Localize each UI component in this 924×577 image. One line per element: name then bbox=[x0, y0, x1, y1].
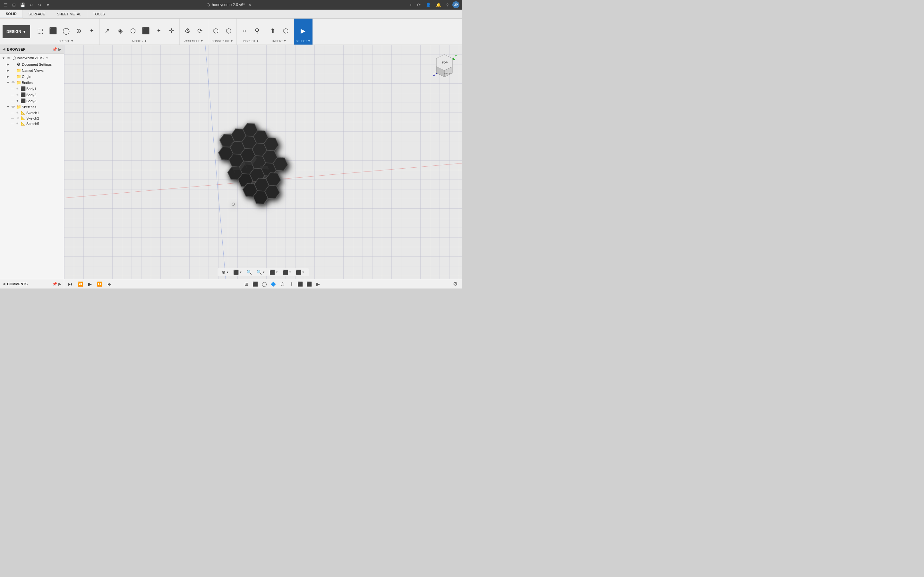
modify-move-button[interactable]: ✛ bbox=[166, 24, 178, 37]
tree-doc-settings[interactable]: ▶ ⚙ Document Settings bbox=[0, 61, 64, 67]
construct-axis-button[interactable]: ⬡ bbox=[223, 24, 234, 37]
close-tab-button[interactable]: ✕ bbox=[247, 2, 253, 8]
tree-origin[interactable]: ▶ 📁 Origin bbox=[0, 73, 64, 79]
create-solid-button[interactable]: ⬛ bbox=[47, 24, 59, 37]
ribbon-group-create: ⬚ ⬛ ◯ ⊕ ✦ CREATE ▼ bbox=[33, 19, 100, 45]
settings-button[interactable]: ⚙ bbox=[451, 280, 459, 287]
account-button[interactable]: 👤 bbox=[425, 2, 432, 8]
comments-expand-button[interactable]: ▶ bbox=[58, 282, 61, 286]
timeline-tool-8[interactable]: ⬛ bbox=[305, 280, 313, 288]
timeline-prev-button[interactable]: ⏪ bbox=[76, 281, 84, 287]
select-arrow-icon: ▼ bbox=[308, 39, 310, 43]
tab-surface[interactable]: SURFACE bbox=[23, 10, 51, 18]
insert-decal-button[interactable]: ⬆ bbox=[267, 24, 279, 37]
comments-pin-button[interactable]: 📌 bbox=[52, 282, 57, 286]
grid-button[interactable]: ⬛ ▼ bbox=[281, 269, 293, 276]
tree-root[interactable]: ▼ 👁 ⬡ honeycomb 2.0 v6 ⊙ bbox=[0, 55, 64, 61]
browser-header: ◀ BROWSER 📌 ▶ bbox=[0, 45, 64, 54]
timeline-next-button[interactable]: ⏩ bbox=[95, 281, 103, 287]
tree-body1[interactable]: — 👁 ⬛ Body1 bbox=[0, 85, 64, 92]
redo-button[interactable]: ↪ bbox=[37, 2, 43, 8]
undo-more-button[interactable]: ▼ bbox=[45, 2, 51, 8]
assemble-label: ASSEMBLE bbox=[184, 39, 200, 43]
comments-collapse-button[interactable]: ◀ bbox=[3, 282, 5, 286]
revolve-icon: ◯ bbox=[63, 27, 69, 35]
create-sketch-button[interactable]: ⬚ bbox=[35, 24, 46, 37]
sketch2-label: Sketch2 bbox=[26, 116, 39, 120]
timeline-tool-5[interactable]: ⬡ bbox=[278, 280, 286, 288]
design-dropdown[interactable]: DESIGN ▼ bbox=[3, 25, 30, 38]
user-avatar[interactable]: JP bbox=[452, 1, 459, 8]
viewport[interactable]: Y Z TOP FRONT ⊕ ▼ ⬛ ▼ bbox=[64, 45, 462, 279]
undo-button[interactable]: ↩ bbox=[29, 2, 35, 8]
create-pattern-button[interactable]: ⊕ bbox=[73, 24, 85, 37]
display-mode-button[interactable]: ⬛ ▼ bbox=[268, 269, 280, 276]
sync-button[interactable]: ⟳ bbox=[416, 2, 422, 8]
browser-expand-button[interactable]: ▶ bbox=[58, 47, 61, 52]
tree-sketches[interactable]: ▼ 👁 📁 Sketches bbox=[0, 104, 64, 110]
tree-sketch1[interactable]: — 👁 📐 Sketch1 bbox=[0, 110, 64, 115]
ribbon: DESIGN ▼ ⬚ ⬛ ◯ ⊕ ✦ bbox=[0, 19, 462, 45]
modify-fillet-button[interactable]: ◈ bbox=[115, 24, 126, 37]
construct-plane-icon: ⬡ bbox=[213, 27, 218, 35]
tree-named-views[interactable]: ▶ 📁 Named Views bbox=[0, 67, 64, 73]
timeline-tool-7[interactable]: ⬛ bbox=[296, 280, 304, 288]
inspect-section-button[interactable]: ⚲ bbox=[252, 24, 263, 37]
timeline-end-button[interactable]: ⏭ bbox=[106, 281, 113, 287]
ribbon-group-inspect: ↔ ⚲ INSPECT ▼ bbox=[237, 19, 265, 45]
zoom-icon: 🔍 bbox=[246, 269, 252, 275]
tab-tools[interactable]: TOOLS bbox=[87, 10, 111, 18]
modify-align-button[interactable]: ✦ bbox=[153, 24, 165, 37]
select-button[interactable]: ▶ bbox=[297, 24, 309, 37]
named-views-label: Named Views bbox=[22, 69, 44, 73]
modify-shell-button[interactable]: ⬡ bbox=[128, 24, 139, 37]
browser-collapse-button[interactable]: ◀ bbox=[3, 47, 5, 51]
root-component-icon: ⬡ bbox=[11, 56, 17, 61]
tree-body3[interactable]: — 👁 ⬛ Body3 bbox=[0, 98, 64, 104]
grid-menu-icon[interactable]: ⊞ bbox=[11, 2, 17, 8]
construct-plane-button[interactable]: ⬡ bbox=[210, 24, 222, 37]
notifications-button[interactable]: 🔔 bbox=[435, 2, 443, 8]
timeline-start-button[interactable]: ⏮ bbox=[67, 281, 74, 287]
app-menu-icon[interactable]: ☰ bbox=[3, 2, 9, 8]
help-button[interactable]: ? bbox=[445, 2, 450, 8]
zoom-fit-button[interactable]: 🔍 ▼ bbox=[255, 269, 267, 276]
insert-svg-button[interactable]: ⬡ bbox=[280, 24, 292, 37]
modify-press-pull-button[interactable]: ↗ bbox=[102, 24, 113, 37]
nav-cube[interactable]: Y Z TOP FRONT bbox=[430, 51, 456, 77]
tab-solid[interactable]: SOLID bbox=[0, 10, 23, 18]
tree-bodies[interactable]: ▼ 👁 📁 Bodies bbox=[0, 79, 64, 85]
timeline-tool-9[interactable]: ▶ bbox=[314, 280, 322, 288]
modify-split-button[interactable]: ⬛ bbox=[140, 24, 152, 37]
timeline-play-button[interactable]: ▶ bbox=[87, 281, 93, 287]
pan-button[interactable]: ⬛ ▼ bbox=[232, 269, 244, 276]
root-status-icon: ⊙ bbox=[45, 56, 48, 60]
grid-icon: ⬛ bbox=[283, 269, 288, 275]
create-mirror-button[interactable]: ✦ bbox=[86, 24, 97, 37]
timeline-tool-6[interactable]: ✛ bbox=[288, 280, 295, 288]
orbit-button[interactable]: ⊕ ▼ bbox=[220, 269, 230, 276]
add-tab-button[interactable]: + bbox=[408, 2, 413, 8]
browser-pin-button[interactable]: 📌 bbox=[52, 47, 57, 52]
zoom-button[interactable]: 🔍 bbox=[245, 269, 254, 276]
create-revolve-button[interactable]: ◯ bbox=[60, 24, 72, 37]
tree-body2[interactable]: — 👁 ⬛ Body2 bbox=[0, 92, 64, 98]
timeline-tool-2[interactable]: ⬛ bbox=[252, 280, 259, 288]
timeline-tool-3[interactable]: ◯ bbox=[260, 280, 268, 288]
body2-label: Body2 bbox=[26, 93, 36, 97]
assemble-joint-button[interactable]: ⟳ bbox=[194, 24, 206, 37]
inspect-measure-button[interactable]: ↔ bbox=[239, 24, 250, 37]
inspect-arrow-icon: ▼ bbox=[256, 39, 259, 43]
save-button[interactable]: 💾 bbox=[19, 2, 27, 8]
tab-sheet-metal[interactable]: SHEET METAL bbox=[51, 10, 87, 18]
view-cube-button[interactable]: ⬛ ▼ bbox=[294, 269, 306, 276]
tree-sketch5[interactable]: — 👁 📐 Sketch5 bbox=[0, 121, 64, 126]
timeline-tool-4[interactable]: 🔷 bbox=[270, 280, 277, 288]
timeline-tool-1[interactable]: ⊞ bbox=[242, 280, 250, 288]
tree-sketch2[interactable]: — 👁 📐 Sketch2 bbox=[0, 115, 64, 121]
origin-toggle-icon: ▶ bbox=[6, 75, 10, 78]
select-cursor-icon: ▶ bbox=[300, 27, 305, 35]
svg-marker-34 bbox=[452, 58, 455, 60]
assemble-new-comp-button[interactable]: ⚙ bbox=[182, 24, 193, 37]
sketch1-label: Sketch1 bbox=[26, 111, 39, 115]
